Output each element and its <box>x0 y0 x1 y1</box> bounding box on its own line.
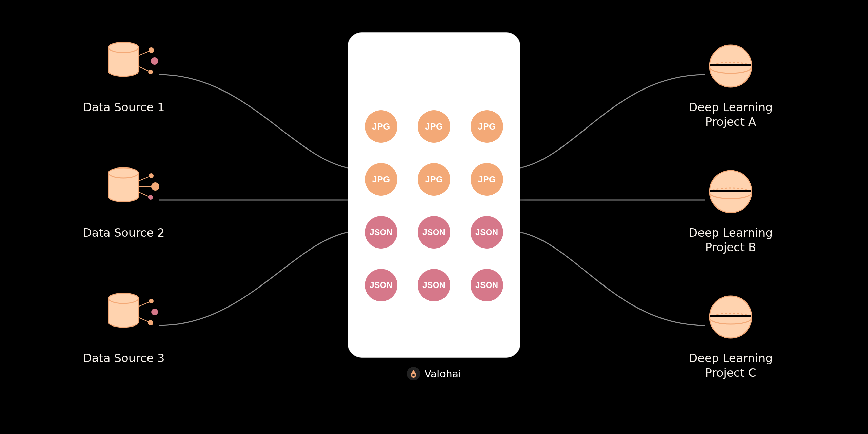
file-chip: JSON <box>471 216 503 249</box>
svg-line-15 <box>138 317 149 322</box>
file-chip: JPG <box>365 163 397 196</box>
svg-point-10 <box>149 173 154 178</box>
file-chip: JSON <box>365 269 397 301</box>
svg-line-9 <box>138 192 149 197</box>
file-chip: JPG <box>471 163 503 196</box>
svg-point-17 <box>151 309 158 315</box>
project-label: Deep Learning Project C <box>689 351 773 380</box>
file-chip: JSON <box>418 216 450 249</box>
svg-line-1 <box>138 51 150 56</box>
file-chip: JSON <box>471 269 503 301</box>
svg-line-13 <box>138 302 150 307</box>
brand-name: Valohai <box>425 368 461 380</box>
diagram-stage: JPG JPG JPG JPG JPG JPG JSON JSON JSON J… <box>0 0 868 434</box>
source-label: Data Source 1 <box>83 100 164 115</box>
file-chip: JSON <box>418 269 450 301</box>
source-label: Data Source 2 <box>83 225 164 240</box>
data-store-panel: JPG JPG JPG JPG JPG JPG JSON JSON JSON J… <box>348 32 520 358</box>
model-sphere-icon <box>705 166 756 217</box>
database-icon <box>102 37 159 92</box>
svg-point-6 <box>148 70 153 74</box>
file-chip: JSON <box>365 216 397 249</box>
model-sphere-icon <box>705 41 756 92</box>
svg-line-3 <box>138 66 149 71</box>
file-chip: JPG <box>471 110 503 143</box>
file-chip: JPG <box>418 110 450 143</box>
model-sphere-icon <box>705 292 756 342</box>
source-label: Data Source 3 <box>83 351 164 366</box>
svg-point-4 <box>149 47 154 53</box>
valohai-logo-icon <box>407 367 420 380</box>
file-chip: JPG <box>418 163 450 196</box>
project-label: Deep Learning Project A <box>689 100 773 129</box>
brand-footer: Valohai <box>407 367 461 380</box>
svg-point-0 <box>412 374 415 376</box>
file-chip: JPG <box>365 110 397 143</box>
svg-point-11 <box>151 182 159 191</box>
svg-point-18 <box>148 320 153 326</box>
project-label: Deep Learning Project B <box>689 225 773 254</box>
svg-line-7 <box>138 176 150 181</box>
database-icon <box>102 288 159 342</box>
svg-point-5 <box>151 57 158 65</box>
svg-point-16 <box>149 299 154 303</box>
svg-point-12 <box>148 195 153 200</box>
file-chip-grid: JPG JPG JPG JPG JPG JPG JSON JSON JSON J… <box>365 110 503 301</box>
database-icon <box>102 163 159 217</box>
